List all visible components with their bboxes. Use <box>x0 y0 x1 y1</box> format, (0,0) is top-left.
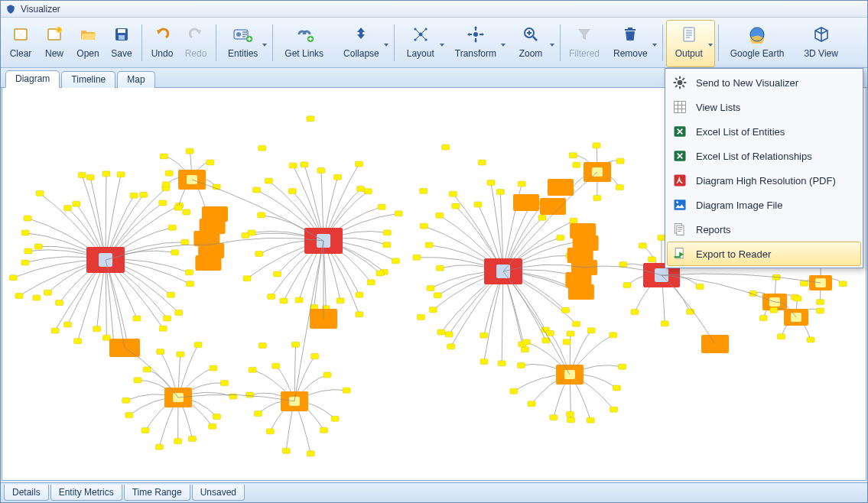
svg-rect-206 <box>616 158 624 164</box>
svg-rect-201 <box>522 339 530 345</box>
svg-rect-192 <box>619 364 626 369</box>
svg-rect-127 <box>436 213 444 218</box>
svg-rect-184 <box>249 367 256 372</box>
svg-rect-269 <box>677 226 684 235</box>
menu-export-reader[interactable]: Export to Reader <box>667 242 861 266</box>
filter-icon <box>574 24 595 45</box>
svg-rect-208 <box>593 196 601 201</box>
svg-rect-140 <box>631 310 639 315</box>
svg-rect-167 <box>122 398 130 403</box>
menu-image-file[interactable]: Diagram Image File <box>667 193 861 217</box>
svg-rect-34 <box>167 292 174 297</box>
svg-rect-194 <box>610 407 618 412</box>
svg-rect-191 <box>610 333 617 338</box>
getlinks-button[interactable]: Get Links <box>276 20 335 67</box>
svg-rect-128 <box>452 203 460 209</box>
svg-rect-84 <box>243 276 251 281</box>
zoom-button[interactable]: Zoom <box>508 20 557 67</box>
tab-diagram[interactable]: Diagram <box>5 70 60 88</box>
undo-button[interactable]: Undo <box>145 20 179 67</box>
menu-excel-relationships[interactable]: Excel List of Relationships <box>667 144 861 168</box>
svg-rect-87 <box>248 230 255 235</box>
svg-rect-123 <box>436 265 444 271</box>
svg-rect-120 <box>429 307 437 313</box>
svg-rect-121 <box>434 293 441 298</box>
layout-icon <box>410 24 431 45</box>
menu-label: Diagram Image File <box>696 200 782 211</box>
svg-rect-251 <box>566 411 574 417</box>
svg-rect-182 <box>254 411 262 416</box>
svg-rect-148 <box>213 184 220 190</box>
svg-rect-38 <box>133 316 141 321</box>
svg-rect-131 <box>487 180 495 185</box>
menu-reports[interactable]: Reports <box>667 217 861 242</box>
export-icon <box>671 245 688 262</box>
menu-pdf[interactable]: Diagram High Resolution (PDF) <box>667 168 861 193</box>
svg-rect-156 <box>194 342 202 347</box>
entities-button[interactable]: Entities <box>219 20 269 67</box>
googleearth-button[interactable]: Google Earth <box>722 20 796 67</box>
svg-rect-54 <box>24 216 31 221</box>
output-button[interactable]: Output <box>666 20 715 67</box>
save-button[interactable]: Save <box>105 20 138 67</box>
svg-rect-91 <box>288 189 296 194</box>
new-button[interactable]: New <box>37 20 71 67</box>
svg-rect-52 <box>34 244 42 249</box>
svg-rect-157 <box>210 365 217 371</box>
svg-rect-231 <box>817 300 824 305</box>
tab-time-range[interactable]: Time Range <box>124 485 190 501</box>
tab-unsaved[interactable]: Unsaved <box>192 485 245 501</box>
svg-rect-37 <box>159 326 167 331</box>
svg-rect-219 <box>749 291 757 297</box>
open-button[interactable]: Open <box>71 20 105 67</box>
collapse-button[interactable]: Collapse <box>335 20 391 67</box>
svg-rect-164 <box>155 444 163 449</box>
svg-rect-222 <box>794 296 801 301</box>
output-icon <box>678 24 700 45</box>
layout-button[interactable]: Layout <box>398 20 447 67</box>
clear-button[interactable]: Clear <box>4 20 37 67</box>
svg-rect-32 <box>186 270 193 275</box>
svg-rect-253 <box>478 160 486 165</box>
view3d-button[interactable]: 3D View <box>795 20 849 67</box>
reports-icon <box>671 221 688 238</box>
menu-excel-entities[interactable]: Excel List of Entities <box>667 119 861 144</box>
tab-entity-metrics[interactable]: Entity Metrics <box>50 485 122 501</box>
svg-rect-29 <box>168 225 176 230</box>
svg-rect-243 <box>568 284 594 300</box>
svg-rect-5 <box>119 35 125 40</box>
open-icon <box>77 24 99 45</box>
svg-rect-258 <box>307 116 314 122</box>
svg-rect-266 <box>675 200 686 209</box>
toolbar-label: 3D View <box>804 48 837 59</box>
menu-label: View Lists <box>696 102 740 113</box>
svg-rect-59 <box>86 174 94 180</box>
toolbar-label: Zoom <box>519 48 543 59</box>
svg-rect-51 <box>24 248 32 254</box>
svg-rect-207 <box>616 185 623 190</box>
tab-label: Time Range <box>132 487 182 498</box>
svg-rect-24 <box>130 193 138 198</box>
svg-point-7 <box>236 32 241 37</box>
excel-icon <box>671 148 688 164</box>
menu-send-to-new-visualizer[interactable]: Send to New Visualizer <box>667 70 861 95</box>
svg-rect-111 <box>542 338 550 343</box>
svg-rect-181 <box>266 429 274 434</box>
tab-details[interactable]: Details <box>4 485 49 501</box>
entities-icon <box>232 24 254 45</box>
transform-button[interactable]: Transform <box>447 20 508 67</box>
svg-rect-129 <box>449 191 457 196</box>
svg-rect-197 <box>550 415 558 420</box>
svg-rect-100 <box>538 215 546 220</box>
remove-button[interactable]: Remove <box>605 20 659 67</box>
tab-map[interactable]: Map <box>117 71 154 88</box>
svg-rect-33 <box>187 281 194 287</box>
menu-view-lists[interactable]: View Lists <box>667 95 861 119</box>
tab-timeline[interactable]: Timeline <box>61 71 115 88</box>
svg-rect-168 <box>134 378 141 383</box>
svg-rect-115 <box>480 359 488 365</box>
cube-icon <box>811 24 832 45</box>
svg-rect-255 <box>258 145 266 151</box>
svg-rect-202 <box>546 330 554 336</box>
toolbar-label: Open <box>76 48 99 59</box>
